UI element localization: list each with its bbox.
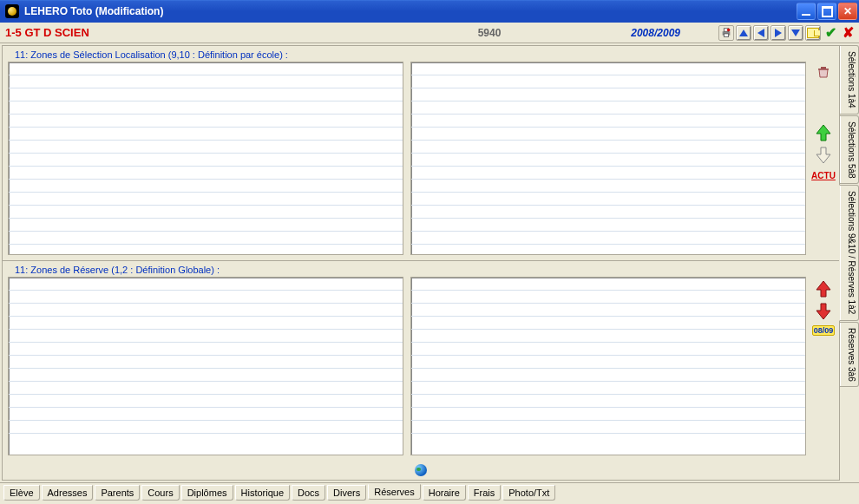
vtab-reserves-3-6[interactable]: Réserves 3à6	[840, 322, 859, 388]
window-maximize-button[interactable]	[817, 3, 836, 20]
tab-divers[interactable]: Divers	[327, 485, 366, 501]
arrow-up-green-icon[interactable]	[816, 124, 831, 141]
tab-reserves[interactable]: Réserves	[368, 484, 420, 500]
reserve-list-left[interactable]	[8, 277, 403, 455]
content-area: 11: Zones de Sélection Localisation (9,1…	[2, 45, 840, 481]
vtab-selections-5-8[interactable]: Sélections 5à8	[840, 115, 859, 185]
group2-title: 11: Zones de Réserve (1,2 : Définition G…	[3, 261, 839, 277]
arrow-up-red-icon[interactable]	[816, 280, 831, 298]
title-bar: LEHERO Toto (Modification)	[0, 0, 859, 23]
window-close-button[interactable]	[838, 3, 857, 20]
vtab-selections-1-4[interactable]: Sélections 1à4	[840, 45, 859, 115]
arrow-down-red-icon[interactable]	[816, 303, 831, 320]
arrow-down-outline-icon[interactable]	[816, 147, 831, 164]
window-minimize-button[interactable]	[797, 3, 816, 20]
svg-point-3	[727, 28, 731, 31]
tab-eleve[interactable]: Elève	[3, 485, 40, 501]
group1-title: 11: Zones de Sélection Localisation (9,1…	[3, 46, 839, 62]
window-title: LEHERO Toto (Modification)	[24, 5, 797, 17]
vtab-selections-9-10-reserves-1-2[interactable]: Sélections 9&10 / Réserves 1à2	[839, 185, 859, 320]
selection-list-right[interactable]	[410, 62, 806, 255]
header-bar: 1-5 GT D SCIEN 5940 2008/2009 ✔ ✘	[0, 23, 859, 43]
tab-diplomes[interactable]: Diplômes	[181, 485, 233, 501]
tab-historique[interactable]: Historique	[235, 485, 291, 501]
nav-down-button[interactable]	[788, 25, 803, 41]
app-icon	[5, 4, 19, 18]
tab-adresses[interactable]: Adresses	[42, 485, 94, 501]
group1-side-controls: ACTU	[813, 62, 834, 255]
nav-right-button[interactable]	[770, 25, 786, 41]
reserve-list-right[interactable]	[410, 277, 806, 455]
confirm-button[interactable]: ✔	[823, 25, 838, 41]
print-icon[interactable]	[718, 25, 734, 41]
school-year: 2008/2009	[567, 27, 680, 39]
year-badge[interactable]: 08/09	[812, 325, 836, 336]
group-selection-zones: 11: Zones de Sélection Localisation (9,1…	[3, 46, 839, 261]
svg-rect-5	[818, 69, 829, 70]
svg-rect-4	[821, 67, 826, 69]
nav-up-button[interactable]	[736, 25, 751, 41]
cancel-button[interactable]: ✘	[840, 25, 856, 41]
center-number: 5940	[411, 27, 567, 39]
tab-cours[interactable]: Cours	[141, 485, 179, 501]
group2-side-controls: 08/09	[813, 277, 834, 455]
svg-rect-2	[724, 33, 728, 36]
selection-list-left[interactable]	[8, 62, 403, 255]
right-tab-strip: Sélections 1à4 Sélections 5à8 Sélections…	[840, 43, 859, 482]
group-reserve-zones: 11: Zones de Réserve (1,2 : Définition G…	[3, 261, 839, 480]
class-label: 1-5 GT D SCIEN	[3, 26, 411, 39]
tab-frais[interactable]: Frais	[468, 485, 501, 501]
tab-photo-txt[interactable]: Photo/Txt	[502, 485, 555, 501]
actu-link[interactable]: ACTU	[811, 171, 836, 180]
note-icon[interactable]	[805, 25, 821, 41]
tab-horaire[interactable]: Horaire	[423, 485, 466, 501]
trash-icon[interactable]	[816, 65, 830, 79]
tab-docs[interactable]: Docs	[292, 485, 325, 501]
nav-left-button[interactable]	[753, 25, 769, 41]
bottom-tab-strip: Elève Adresses Parents Cours Diplômes Hi…	[0, 482, 859, 502]
tab-parents[interactable]: Parents	[95, 485, 140, 501]
globe-icon[interactable]	[415, 464, 427, 476]
